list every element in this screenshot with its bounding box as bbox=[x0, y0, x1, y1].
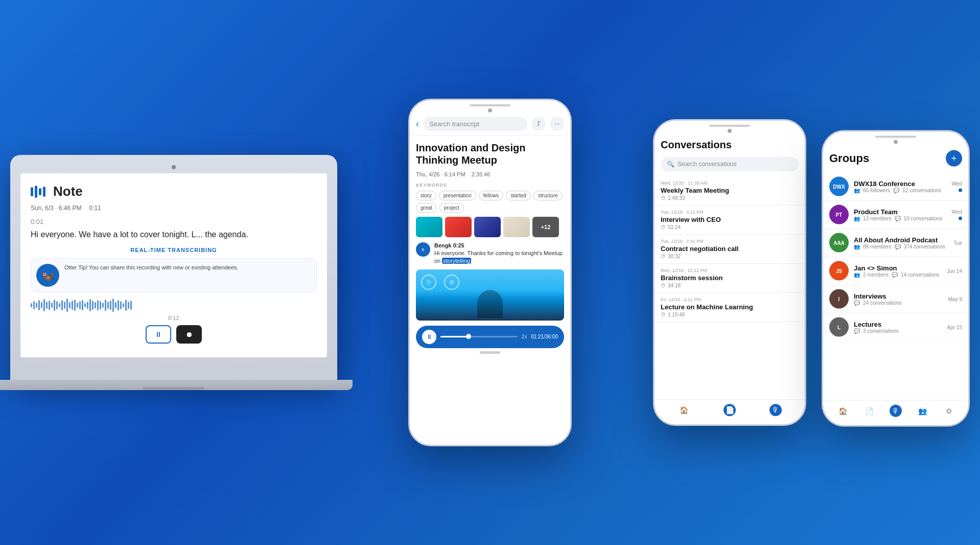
conversation-item-2[interactable]: Tue, 12/19 · 3:11 PM Interview with CEO … bbox=[655, 206, 805, 235]
record-button[interactable]: ⏺ bbox=[176, 325, 202, 344]
group-avatar: DWX bbox=[829, 177, 849, 196]
tag-story[interactable]: story bbox=[416, 191, 436, 200]
notch-bar-2 bbox=[709, 125, 750, 127]
wave-bar bbox=[33, 301, 35, 309]
transcript-meta: Thu, 4/26 · 6:14 PM 2:35:46 bbox=[416, 171, 564, 177]
wave-bar bbox=[95, 302, 96, 308]
search-transcript-bar[interactable]: Search transcript bbox=[423, 117, 527, 131]
laptop-header: Note bbox=[31, 184, 317, 199]
members-icon3: 👥 bbox=[854, 272, 860, 278]
wave-bar bbox=[38, 300, 40, 310]
logo-bar-2 bbox=[35, 186, 37, 198]
tag-structure[interactable]: structure bbox=[533, 191, 563, 200]
conversations-icon: 💬 bbox=[893, 188, 899, 193]
conversations-phone: Conversations 🔍 Search conversations Wed… bbox=[653, 119, 806, 426]
home-indicator bbox=[480, 351, 500, 354]
group-info: All About Android Podcast 👥 88 members 💬… bbox=[854, 236, 948, 249]
laptop-note-title: Note bbox=[53, 184, 83, 199]
wave-bar bbox=[43, 299, 45, 311]
wave-bar bbox=[79, 301, 81, 309]
pause-play-button[interactable]: ⏸ bbox=[422, 330, 436, 344]
playback-speed[interactable]: 2x bbox=[522, 334, 527, 339]
notch-bar-3 bbox=[875, 136, 916, 138]
group-avatar: JS bbox=[829, 261, 849, 281]
wave-bar bbox=[54, 300, 55, 311]
whiteboard-icons: ⊙ ⊕ bbox=[421, 275, 459, 290]
nav-conversations-icon[interactable]: 📄 bbox=[724, 404, 736, 406]
item-title: Weekly Team Meeting bbox=[661, 187, 799, 194]
group-item-product[interactable]: PT Product Team 👥 13 members 💬 10 conver… bbox=[823, 201, 968, 229]
tag-started[interactable]: started bbox=[506, 191, 531, 200]
phone2-camera bbox=[728, 129, 732, 133]
members-icon: 👥 bbox=[854, 216, 860, 221]
search-conversations-bar[interactable]: 🔍 Search conversations bbox=[661, 157, 799, 171]
back-button[interactable]: ‹ bbox=[416, 119, 419, 129]
conversation-item-1[interactable]: Wed, 12/20 · 11:20 AM Weekly Team Meetin… bbox=[655, 176, 805, 206]
group-meta: 👥 88 members 💬 374 conversations bbox=[854, 244, 948, 249]
audio-waveform bbox=[31, 298, 317, 313]
group-item-android[interactable]: AAA All About Android Podcast 👥 88 membe… bbox=[823, 229, 968, 257]
otter-mascot-icon: 🦦 bbox=[36, 264, 59, 287]
tag-great[interactable]: great bbox=[416, 203, 437, 213]
item-title: Interview with CEO bbox=[661, 216, 799, 223]
conversation-item-4[interactable]: Mon, 12/18 · 12:12 PM Brainstorm session… bbox=[655, 264, 805, 293]
progress-dot[interactable] bbox=[466, 334, 471, 339]
add-group-button[interactable]: + bbox=[946, 150, 962, 167]
nav-home-icon[interactable]: 🏠 bbox=[678, 404, 690, 406]
tag-project[interactable]: project bbox=[439, 203, 464, 213]
laptop-meta: Sun, 6/3 · 6:46 PM 0:11 bbox=[31, 205, 317, 212]
pause-button[interactable]: ⏸ bbox=[146, 325, 171, 344]
wave-bar bbox=[64, 302, 65, 309]
nav3-groups-icon[interactable]: 👥 bbox=[916, 405, 928, 407]
search-placeholder: Search conversations bbox=[678, 161, 736, 168]
unread-dot bbox=[959, 189, 962, 192]
logo-bar-1 bbox=[31, 187, 33, 196]
conversation-item-3[interactable]: Tue, 12/19 · 2:31 PM Contract negotiatio… bbox=[655, 235, 805, 264]
progress-track[interactable] bbox=[440, 336, 518, 337]
more-options-icon[interactable]: ··· bbox=[550, 117, 564, 131]
wave-bar bbox=[72, 301, 73, 310]
share-icon[interactable]: ⤴ bbox=[531, 117, 546, 131]
group-item-dwx18[interactable]: DWX DWX18 Conference 👥 66 followers 💬 12… bbox=[823, 173, 968, 201]
nav3-home-icon[interactable]: 🏠 bbox=[836, 405, 849, 407]
speaker-name: Bengk 0:25 bbox=[434, 242, 564, 248]
group-meta: 💬 3 conversations bbox=[854, 328, 942, 334]
conversation-item-5[interactable]: Fri, 12/15 · 2:11 PM Lecture on Machine … bbox=[655, 293, 805, 322]
wave-bar bbox=[125, 300, 127, 311]
tag-fellows[interactable]: fellows bbox=[479, 191, 504, 200]
thumb-1 bbox=[416, 217, 442, 237]
phone3-screen: Groups + DWX DWX18 Conference 👥 66 follo… bbox=[823, 144, 968, 407]
unread-dot bbox=[959, 217, 962, 220]
nav3-settings-icon[interactable]: ⚙ bbox=[943, 405, 955, 407]
phone2-notch bbox=[655, 121, 805, 127]
laptop-screen: Note Sun, 6/3 · 6:46 PM 0:11 0:01 Hi eve… bbox=[20, 173, 327, 357]
nav3-notes-icon[interactable]: 📄 bbox=[863, 405, 875, 407]
speaker-speech: Hi everyone. Thanks for coming to tonigh… bbox=[434, 249, 564, 265]
group-item-jan-simon[interactable]: JS Jan <> Simon 👥 2 members 💬 14 convers… bbox=[823, 257, 968, 285]
group-avatar: L bbox=[829, 317, 849, 337]
audio-player[interactable]: ⏸ 2x 01:21/36:00 bbox=[416, 326, 564, 348]
group-info: Interviews 💬 24 conversations bbox=[854, 292, 943, 306]
group-info: DWX18 Conference 👥 66 followers 💬 12 con… bbox=[854, 180, 947, 193]
group-name: Lectures bbox=[854, 321, 942, 328]
laptop-body: Note Sun, 6/3 · 6:46 PM 0:11 0:01 Hi eve… bbox=[10, 155, 337, 380]
conv-icon: 💬 bbox=[895, 216, 901, 221]
group-item-interviews[interactable]: I Interviews 💬 24 conversations May 9 bbox=[823, 285, 968, 313]
wave-bar bbox=[51, 303, 53, 308]
laptop-date: Sun, 6/3 · 6:46 PM bbox=[31, 205, 81, 212]
nav-record-icon[interactable]: 🎙 bbox=[769, 404, 782, 406]
nav3-record-icon[interactable]: 🎙 bbox=[890, 405, 902, 407]
wave-bar bbox=[74, 300, 76, 311]
wave-bar bbox=[46, 302, 48, 309]
thumb-4 bbox=[503, 217, 530, 237]
group-item-lectures[interactable]: L Lectures 💬 3 conversations Apr 15 bbox=[823, 313, 968, 342]
main-scene: Note Sun, 6/3 · 6:46 PM 0:11 0:01 Hi eve… bbox=[0, 0, 980, 545]
item-date: Tue, 12/19 · 2:31 PM bbox=[661, 239, 799, 244]
transcript-phone: ‹ Search transcript ⤴ ··· Innovation and… bbox=[408, 99, 572, 446]
thumb-2 bbox=[445, 217, 472, 237]
laptop-duration: 0:11 bbox=[89, 205, 101, 212]
tag-presentation[interactable]: presentation bbox=[439, 191, 476, 200]
group-info: Product Team 👥 13 members 💬 10 conversat… bbox=[854, 208, 947, 221]
item-date: Wed, 12/20 · 11:20 AM bbox=[661, 180, 799, 186]
group-date: Tue bbox=[953, 240, 962, 245]
